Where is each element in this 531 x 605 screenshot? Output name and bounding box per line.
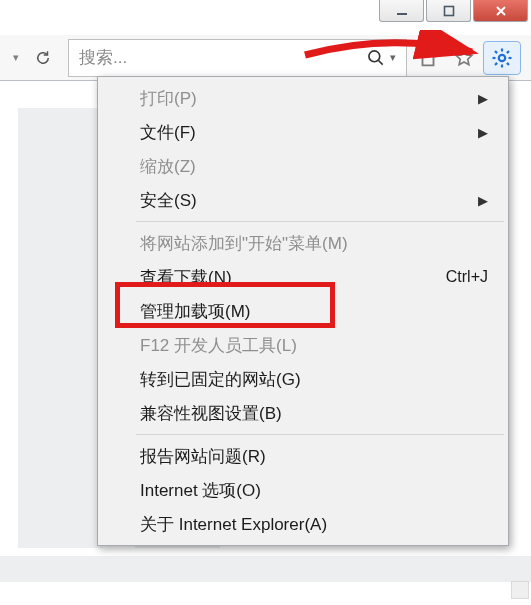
tools-context-menu: 打印(P) ▶ 文件(F) ▶ 缩放(Z) 安全(S) ▶ 将网站添加到"开始"…: [97, 76, 509, 546]
menu-item-view-downloads[interactable]: 查看下载(N) Ctrl+J: [100, 260, 506, 294]
search-icon[interactable]: [366, 48, 386, 68]
menu-item-manage-addons[interactable]: 管理加载项(M): [100, 294, 506, 328]
svg-point-2: [369, 50, 380, 61]
menu-item-label: 报告网站问题(R): [140, 445, 266, 468]
submenu-arrow-icon: ▶: [478, 125, 488, 140]
search-dropdown-icon[interactable]: ▾: [390, 51, 396, 64]
close-button[interactable]: [473, 0, 528, 22]
menu-item-label: 打印(P): [140, 87, 197, 110]
refresh-button[interactable]: [28, 43, 58, 73]
nav-dropdown-button[interactable]: ▾: [6, 43, 26, 73]
nav-buttons: ▾: [6, 43, 58, 73]
gear-icon: [490, 46, 514, 70]
menu-item-label: 安全(S): [140, 189, 197, 212]
menu-item-label: 缩放(Z): [140, 155, 196, 178]
menu-item-label: 兼容性视图设置(B): [140, 402, 282, 425]
home-icon: [417, 47, 439, 69]
menu-item-print[interactable]: 打印(P) ▶: [100, 81, 506, 115]
minimize-button[interactable]: [379, 0, 424, 22]
menu-item-add-to-start[interactable]: 将网站添加到"开始"菜单(M): [100, 226, 506, 260]
menu-item-f12-devtools[interactable]: F12 开发人员工具(L): [100, 328, 506, 362]
browser-toolbar: ▾ 搜索... ▾: [0, 35, 531, 80]
menu-item-label: 管理加载项(M): [140, 300, 250, 323]
refresh-icon: [34, 49, 52, 67]
menu-item-about-ie[interactable]: 关于 Internet Explorer(A): [100, 507, 506, 541]
star-icon: [453, 47, 475, 69]
menu-item-label: 转到已固定的网站(G): [140, 368, 301, 391]
maximize-button[interactable]: [426, 0, 471, 22]
search-placeholder: 搜索...: [79, 46, 366, 69]
window-caption-bar: [379, 0, 531, 25]
tools-gear-button[interactable]: [483, 41, 521, 75]
submenu-arrow-icon: ▶: [478, 193, 488, 208]
search-box[interactable]: 搜索... ▾: [68, 39, 407, 77]
menu-item-label: Internet 选项(O): [140, 479, 261, 502]
menu-item-label: 查看下载(N): [140, 266, 232, 289]
menu-item-internet-options[interactable]: Internet 选项(O): [100, 473, 506, 507]
menu-separator: [136, 221, 504, 222]
home-button[interactable]: [411, 41, 445, 75]
toolbar-right-group: [411, 41, 525, 75]
submenu-arrow-icon: ▶: [478, 91, 488, 106]
menu-item-go-to-pinned-sites[interactable]: 转到已固定的网站(G): [100, 362, 506, 396]
menu-item-label: 文件(F): [140, 121, 196, 144]
maximize-icon: [443, 5, 455, 17]
menu-item-zoom[interactable]: 缩放(Z): [100, 149, 506, 183]
scrollbar-corner[interactable]: [511, 581, 529, 599]
svg-point-3: [499, 54, 505, 60]
menu-item-label: 将网站添加到"开始"菜单(M): [140, 232, 348, 255]
minimize-icon: [396, 5, 408, 17]
svg-rect-0: [397, 13, 407, 15]
menu-item-label: F12 开发人员工具(L): [140, 334, 297, 357]
chevron-down-icon: ▾: [13, 51, 19, 64]
menu-separator: [136, 434, 504, 435]
menu-item-shortcut: Ctrl+J: [446, 268, 488, 286]
menu-item-report-website-problems[interactable]: 报告网站问题(R): [100, 439, 506, 473]
menu-item-compat-view-settings[interactable]: 兼容性视图设置(B): [100, 396, 506, 430]
svg-rect-1: [444, 6, 453, 15]
menu-item-label: 关于 Internet Explorer(A): [140, 513, 327, 536]
favorites-button[interactable]: [447, 41, 481, 75]
menu-item-file[interactable]: 文件(F) ▶: [100, 115, 506, 149]
menu-item-safety[interactable]: 安全(S) ▶: [100, 183, 506, 217]
close-icon: [495, 5, 507, 17]
